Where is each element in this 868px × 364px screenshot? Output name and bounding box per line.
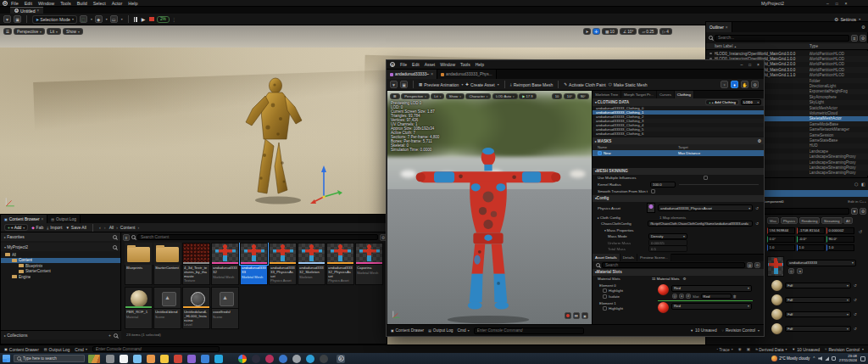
reimport-button[interactable]: ⤓Reimport Base Mesh xyxy=(510,82,554,87)
asset-tile[interactable]: andadunud33333Skeletal Mesh xyxy=(240,243,268,285)
hand-tool-icon[interactable]: ✋ xyxy=(741,81,748,88)
add-collection-icon[interactable]: + xyxy=(108,333,111,338)
cmd-dropdown[interactable]: Cmd▾ xyxy=(458,328,470,333)
taskbar-weather[interactable]: 2°C Mostly cloudy xyxy=(771,356,810,361)
material-dropdown[interactable]: Fdf▾ xyxy=(785,283,851,289)
filter-icon[interactable]: ≡ xyxy=(851,35,858,42)
news-widget-thumbnail[interactable] xyxy=(88,355,100,363)
outliner-settings-icon[interactable]: ⚙ xyxy=(861,25,865,30)
isolate-checkbox[interactable] xyxy=(603,294,607,299)
back-icon[interactable]: ‹ xyxy=(99,225,101,230)
category-tab[interactable]: Misc xyxy=(767,217,779,224)
menu-item[interactable]: Build xyxy=(77,1,87,6)
tab-output-log[interactable]: ▤Output Log xyxy=(47,215,81,223)
taskbar-app-icon[interactable] xyxy=(238,355,247,363)
browse-to-asset-icon[interactable]: ◎ xyxy=(672,294,677,299)
material-sphere-thumbnail[interactable] xyxy=(771,323,782,334)
asset-tile[interactable]: Blueprints xyxy=(125,243,153,285)
panel-tab[interactable]: Morph Target Pr... xyxy=(621,91,657,98)
mesh-viewport[interactable]: ☰ Perspective▾Lit▾Show▾Character▾LOD Aut… xyxy=(387,91,592,324)
cmd-dropdown[interactable]: Cmd▾ xyxy=(75,347,86,352)
browse-to-asset-icon[interactable]: ◎ xyxy=(788,268,794,274)
panel-tab[interactable]: Details xyxy=(620,254,637,261)
search-icon[interactable] xyxy=(114,333,118,338)
revision-control-dropdown[interactable]: ⑂Revision Control▾ xyxy=(722,328,760,333)
unsaved-button[interactable]: ▼10 Unsaved xyxy=(690,328,716,333)
asset-tile[interactable]: Untitled.blendScene xyxy=(153,287,181,329)
use-multiple-influences-checkbox[interactable] xyxy=(704,176,708,180)
console-input[interactable] xyxy=(474,328,584,334)
mass-properties-row[interactable]: ▾ Mass Properties xyxy=(593,227,764,233)
reset-icon[interactable]: ↺ xyxy=(854,312,857,316)
transform-gizmo[interactable] xyxy=(307,163,342,204)
asset-tile[interactable]: StarterContent xyxy=(153,243,181,285)
viewport-pill[interactable]: Show▾ xyxy=(446,93,465,99)
menu-item[interactable]: Edit xyxy=(412,62,420,67)
viewport-pill[interactable]: Lit▾ xyxy=(431,93,444,99)
lit-dropdown[interactable]: Lit▾ xyxy=(47,28,61,35)
reset-icon[interactable]: ↺ xyxy=(854,298,857,302)
material-slots-header[interactable]: ▾ Material Slots xyxy=(593,269,764,276)
menu-item[interactable]: File xyxy=(400,62,407,67)
mass-mode-dropdown[interactable]: Density▾ xyxy=(648,233,687,240)
gear-icon[interactable]: ⚙ xyxy=(754,262,760,268)
outliner-search-input[interactable] xyxy=(715,35,849,42)
perspective-dropdown[interactable]: Perspective▾ xyxy=(14,28,45,35)
material-dropdown[interactable]: Fdf▾ xyxy=(785,311,851,318)
viewport-pill[interactable]: Perspective▾ xyxy=(401,93,430,99)
gear-icon[interactable]: ⚙ xyxy=(860,208,866,215)
delete-icon[interactable]: 🗑 xyxy=(733,294,737,299)
close-icon[interactable]: × xyxy=(431,72,433,76)
mesh-skinning-header[interactable]: ▾ MESH SKINNING xyxy=(593,168,764,175)
tab-mesh-asset[interactable]: andadunud33333~× xyxy=(387,70,437,79)
tray-chevron[interactable]: ^ xyxy=(813,356,815,361)
viewport-pill[interactable]: Character▾ xyxy=(465,93,491,99)
settings-icon[interactable]: ⚙ xyxy=(682,277,686,281)
content-drawer-button[interactable]: ▣Content Drawer xyxy=(391,328,424,333)
tree-item[interactable]: Engine xyxy=(1,274,120,280)
masks-header[interactable]: ▸ MASKS ⚙ xyxy=(593,137,764,144)
taskbar-app-icon[interactable] xyxy=(174,355,182,363)
menu-item[interactable]: Help xyxy=(128,1,137,6)
collections-row[interactable]: ▸ Collections + xyxy=(1,330,121,339)
taskbar-app-icon[interactable] xyxy=(187,355,196,363)
fab-button[interactable]: ◆Fab xyxy=(31,225,43,230)
asset-tile[interactable]: andadunud33332Skeletal Mesh xyxy=(211,243,239,285)
show-dropdown[interactable]: Show▾ xyxy=(63,28,83,35)
console-input[interactable] xyxy=(92,346,220,352)
panel-tab[interactable]: Skeleton Tree xyxy=(593,91,621,98)
mask-enabled-checkbox[interactable] xyxy=(598,151,602,155)
output-log-button[interactable]: ▤Output Log xyxy=(44,347,70,352)
column-type[interactable]: Type xyxy=(810,44,818,48)
material-sphere-thumbnail[interactable] xyxy=(771,309,782,320)
snap-pill[interactable]: 10 xyxy=(552,93,563,99)
close-icon[interactable]: × xyxy=(42,217,44,221)
pen-icon[interactable] xyxy=(832,356,836,361)
breadcrumb-item[interactable]: All xyxy=(109,225,114,230)
location-value[interactable]: -1708.81504 xyxy=(797,227,825,234)
pause-icon[interactable]: ▮▮ xyxy=(573,312,580,319)
screenshot-icon[interactable]: ▣ xyxy=(581,312,588,319)
blueprint-convert-icon[interactable]: ⬡ xyxy=(854,182,858,187)
gear-icon[interactable]: ⚙ xyxy=(751,81,759,88)
reset-icon[interactable]: ↺ xyxy=(755,206,759,210)
menu-item[interactable]: Tools xyxy=(460,62,470,67)
rotation-value[interactable]: -0.0° xyxy=(797,236,825,243)
skeleton-icon[interactable]: ♆ xyxy=(721,81,728,88)
slot-name-input[interactable]: Red xyxy=(701,294,732,299)
category-tab[interactable]: Streaming xyxy=(821,217,843,224)
add-clothing-button[interactable]: ++ Add Clothing xyxy=(705,99,739,105)
use-selected-icon[interactable]: ◂ xyxy=(797,268,803,274)
project-header[interactable]: ▾ MyProject2 xyxy=(1,243,120,251)
lod-dropdown[interactable]: LOD0▾ xyxy=(741,99,761,105)
close-icon[interactable]: × xyxy=(726,25,728,30)
tab-content-browser[interactable]: ▣Content Browser× xyxy=(1,215,47,223)
cinematics-icon[interactable]: ▭ xyxy=(110,15,118,23)
use-selected-icon[interactable]: ◂ xyxy=(679,294,684,299)
golden-character-mesh[interactable] xyxy=(236,75,316,206)
quick-add-icon[interactable]: ⬚ xyxy=(80,15,87,23)
trace-dropdown[interactable]: ◔Trace▾ xyxy=(716,347,733,352)
search-icon[interactable] xyxy=(113,235,117,239)
material-sphere-thumbnail[interactable] xyxy=(771,280,782,291)
unreal-engine-taskbar-icon[interactable]: U xyxy=(337,355,345,363)
